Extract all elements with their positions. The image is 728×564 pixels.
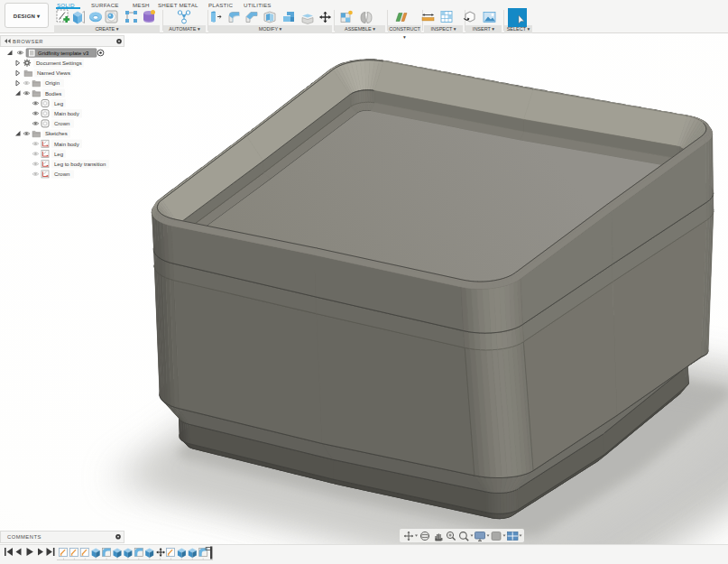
svg-text:Main body: Main body [54,142,79,147]
svg-text:Gridfinity template v3: Gridfinity template v3 [38,51,89,56]
svg-text:Sketches: Sketches [45,131,68,136]
svg-text:Bodies: Bodies [45,91,61,97]
svg-text:Leg: Leg [54,152,63,157]
svg-text:Crown: Crown [54,121,69,126]
svg-text:Origin: Origin [45,80,60,86]
svg-text:Crown: Crown [54,171,69,177]
svg-text:Leg: Leg [54,101,63,106]
svg-text:Named Views: Named Views [37,70,70,76]
svg-text:Leg to body transition: Leg to body transition [54,162,106,167]
svg-text:Document Settings: Document Settings [36,60,82,66]
svg-text:Main body: Main body [54,111,79,116]
